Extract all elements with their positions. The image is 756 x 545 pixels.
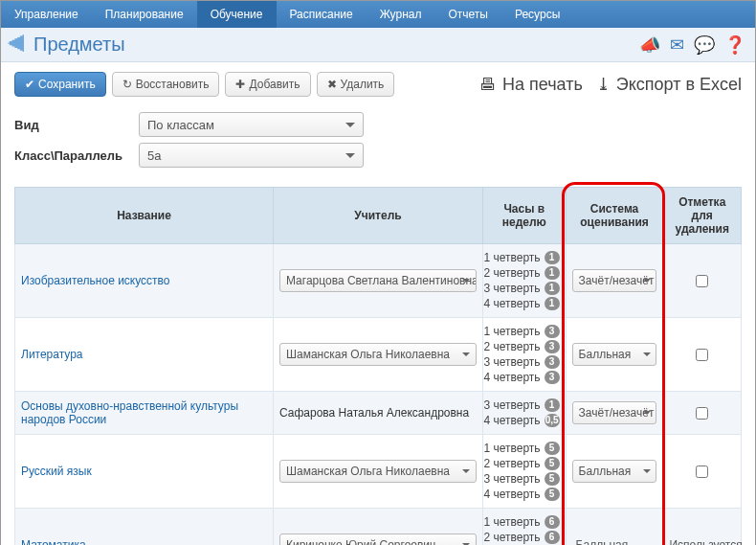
filter-view-value: По классам [147,118,214,132]
subjects-table-wrap: Название Учитель Часы в неделю Система о… [1,187,755,545]
hours-badge: 6 [545,531,560,544]
delete-used-text: Используется [669,538,742,545]
hours-badge: 3 [545,325,560,338]
quarter-label: 4 четверть [483,296,540,311]
nav-item[interactable]: Планирование [92,1,197,28]
print-label: На печать [502,75,583,95]
grading-select[interactable]: Балльная [572,460,657,483]
delete-checkbox[interactable] [696,349,708,361]
hours-badge: 1 [545,398,560,412]
delete-checkbox[interactable] [696,466,708,478]
hours-line: 4 четверть5 [489,487,560,502]
quarter-label: 4 четверть [483,370,540,385]
save-button[interactable]: ✔ Сохранить [14,72,106,97]
table-row: Основы духовно-нравственной культуры нар… [15,392,742,435]
hours-badge: 5 [545,472,560,486]
col-grading-header: Система оценивания [566,188,663,244]
subject-link[interactable]: Изобразительное искусство [21,274,170,287]
quarter-label: 2 четверть [483,530,540,545]
delete-checkbox[interactable] [696,407,708,420]
hours-badge: 1 [545,266,560,280]
save-icon: ✔ [25,79,34,90]
hours-line: 4 четверть3 [489,370,560,385]
nav-item[interactable]: Отчеты [434,1,500,28]
hours-badge: 3 [545,355,560,369]
nav-item[interactable]: Расписание [277,1,367,28]
grading-select[interactable]: Зачёт/незачёт [572,401,657,424]
quarter-label: 1 четверть [483,324,540,339]
col-teacher-header: Учитель [273,188,482,244]
subject-link[interactable]: Русский язык [21,465,92,478]
quarter-label: 2 четверть [483,265,540,281]
table-row: МатематикаКириченко Юрий Сергеевич1 четв… [15,509,742,546]
hours-badge: 5 [545,457,560,470]
hours-badge: 3 [545,340,560,353]
content-region: ✔ Сохранить ↻ Восстановить ✚ Добавить ✖ … [1,62,755,545]
quarter-label: 3 четверть [483,281,540,296]
hours-line: 4 четверть0,5 [489,413,560,428]
hours-badge: 5 [545,442,560,455]
announce-icon[interactable]: 📣 [639,34,660,56]
title-action-icons: 📣 ✉ 💬 ❓ [639,34,745,56]
title-bar: ⯇ Предметы 📣 ✉ 💬 ❓ [1,28,755,62]
teacher-select[interactable]: Магарцова Светлана Валентиновна [279,269,477,292]
col-delete-header: Отметка для удаления [663,188,742,244]
back-arrow-icon[interactable]: ⯇ [7,34,28,56]
export-icon: ⤓ [596,74,611,95]
quarter-label: 3 четверть [483,471,540,487]
nav-item[interactable]: Журнал [367,1,435,28]
teacher-select[interactable]: Кириченко Юрий Сергеевич [279,534,477,545]
grading-select[interactable]: Балльная [572,343,657,366]
export-button[interactable]: ⤓ Экспорт в Excel [596,74,742,95]
hours-badge: 5 [545,488,560,501]
teacher-select[interactable]: Шаманская Ольга Николаевна [279,343,477,366]
nav-item[interactable]: Управление [1,1,92,28]
quarter-label: 2 четверть [483,456,540,471]
hours-line: 1 четверть5 [489,441,560,456]
add-button-label: Добавить [249,78,300,91]
filter-class-row: Класс\Параллель 5а [14,143,742,168]
add-icon: ✚ [235,79,245,90]
save-button-label: Сохранить [38,78,96,91]
help-icon[interactable]: ❓ [724,34,745,56]
add-button[interactable]: ✚ Добавить [225,72,310,97]
teacher-text: Сафарова Наталья Александровна [279,406,469,420]
table-row: Изобразительное искусствоМагарцова Светл… [15,244,742,318]
filter-class-select[interactable]: 5а [139,143,364,168]
hours-line: 2 четверть5 [489,456,560,471]
quarter-label: 4 четверть [483,413,540,428]
hours-line: 3 четверть1 [489,397,560,413]
nav-item[interactable]: Ресурсы [501,1,573,28]
print-button[interactable]: 🖶 На печать [479,74,583,95]
teacher-select[interactable]: Шаманская Ольга Николаевна [279,460,477,483]
quarter-label: 4 четверть [483,487,540,502]
filter-class-value: 5а [147,148,161,163]
subject-link[interactable]: Математика [21,538,86,545]
hours-badge: 1 [545,251,560,264]
hours-badge: 1 [545,282,560,295]
grading-select[interactable]: Зачёт/незачёт [572,269,657,292]
subject-link[interactable]: Литература [21,348,83,361]
nav-item[interactable]: Обучение [197,1,277,28]
chat-icon[interactable]: 💬 [694,34,715,56]
table-row: Русский языкШаманская Ольга Николаевна1 … [15,435,742,509]
hours-line: 1 четверть6 [489,514,560,530]
toolbar-right: 🖶 На печать ⤓ Экспорт в Excel [479,74,742,95]
delete-button[interactable]: ✖ Удалить [317,72,395,97]
restore-icon: ↻ [122,79,132,90]
mail-icon[interactable]: ✉ [670,34,684,56]
quarter-label: 1 четверть [483,514,540,530]
quarter-label: 1 четверть [483,250,540,265]
filter-view-select[interactable]: По классам [139,112,364,137]
filter-view-row: Вид По классам [14,112,742,137]
hours-badge: 1 [545,297,560,310]
subject-link[interactable]: Основы духовно-нравственной культуры нар… [21,399,238,426]
filter-view-label: Вид [14,118,139,132]
restore-button[interactable]: ↻ Восстановить [112,72,220,97]
hours-badge: 6 [545,515,560,529]
quarter-label: 1 четверть [483,441,540,456]
quarter-label: 3 четверть [483,354,540,370]
delete-checkbox[interactable] [696,275,708,287]
grading-text: Балльная [572,538,629,545]
col-name-header: Название [15,188,274,244]
